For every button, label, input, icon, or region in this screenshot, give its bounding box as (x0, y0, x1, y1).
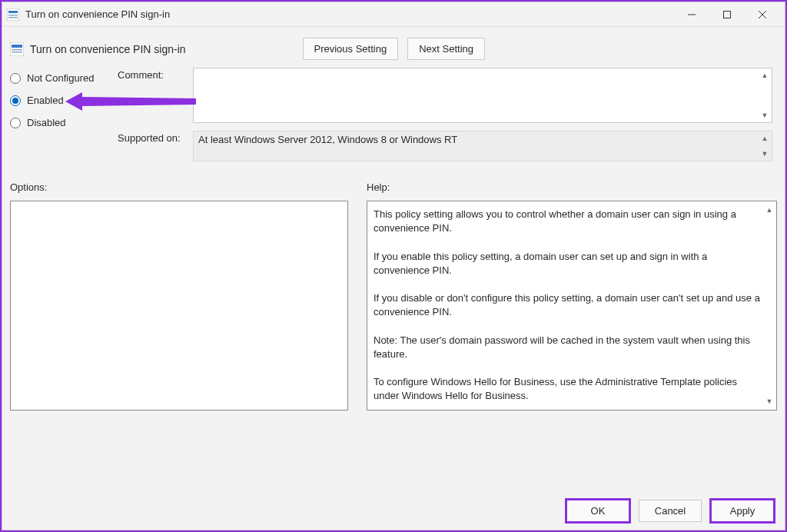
window-controls (674, 4, 780, 25)
radio-not-configured[interactable]: Not Configured (10, 72, 118, 84)
radio-label: Enabled (27, 95, 64, 106)
ok-button[interactable]: OK (566, 500, 629, 522)
comment-label: Comment: (118, 68, 193, 123)
radio-enabled[interactable]: Enabled (10, 95, 118, 106)
scroll-down-icon[interactable]: ▼ (759, 148, 770, 159)
radio-icon (10, 95, 21, 106)
help-box: This policy setting allows you to contro… (367, 201, 777, 411)
maximize-button[interactable] (709, 4, 745, 25)
svg-rect-5 (724, 11, 731, 18)
radio-icon (10, 118, 21, 128)
app-icon (7, 8, 19, 21)
minimize-button[interactable] (674, 4, 709, 25)
close-button[interactable] (745, 4, 780, 25)
supported-value: At least Windows Server 2012, Windows 8 … (198, 134, 457, 145)
dialog-footer: OK Cancel Apply (566, 500, 774, 522)
supported-on-box: At least Windows Server 2012, Windows 8 … (193, 131, 772, 161)
radio-label: Not Configured (27, 72, 94, 84)
radio-label: Disabled (27, 117, 66, 128)
cancel-button[interactable]: Cancel (639, 500, 702, 522)
apply-button[interactable]: Apply (711, 500, 774, 522)
radio-icon (10, 73, 21, 84)
options-box[interactable] (10, 201, 348, 411)
svg-rect-2 (8, 15, 18, 16)
svg-rect-11 (12, 52, 22, 53)
options-label: Options: (10, 181, 348, 193)
options-pane: Options: (10, 181, 348, 411)
radio-disabled[interactable]: Disabled (10, 117, 118, 128)
titlebar: Turn on convenience PIN sign-in (2, 2, 785, 27)
comment-row: Comment: ▲ ▼ (118, 68, 772, 123)
svg-rect-3 (8, 17, 18, 18)
subheader: Turn on convenience PIN sign-in Previous… (2, 27, 785, 68)
help-text: This policy setting allows you to contro… (367, 201, 776, 410)
window-title: Turn on convenience PIN sign-in (25, 8, 674, 20)
state-radio-group: Not Configured Enabled Disabled (10, 68, 118, 169)
setting-icon (10, 42, 24, 56)
supported-row: Supported on: At least Windows Server 20… (118, 131, 772, 161)
scroll-up-icon[interactable]: ▲ (764, 204, 775, 215)
help-label: Help: (367, 181, 777, 193)
help-pane: Help: This policy setting allows you to … (367, 181, 777, 411)
scroll-up-icon[interactable]: ▲ (759, 133, 770, 144)
svg-rect-9 (12, 45, 22, 48)
svg-rect-10 (12, 49, 22, 51)
setting-title: Turn on convenience PIN sign-in (30, 43, 186, 55)
scroll-up-icon[interactable]: ▲ (759, 70, 770, 81)
scroll-down-icon[interactable]: ▼ (764, 396, 775, 407)
previous-setting-button[interactable]: Previous Setting (303, 38, 399, 60)
next-setting-button[interactable]: Next Setting (407, 38, 485, 60)
fields-column: Comment: ▲ ▼ Supported on: At least Wind… (118, 68, 777, 169)
nav-buttons: Previous Setting Next Setting (303, 38, 778, 60)
supported-label: Supported on: (118, 131, 193, 161)
config-row: Not Configured Enabled Disabled Comment:… (2, 68, 785, 169)
lower-panes: Options: Help: This policy setting allow… (2, 169, 785, 411)
scroll-down-icon[interactable]: ▼ (759, 110, 770, 121)
policy-dialog: Turn on convenience PIN sign-in Turn on … (2, 2, 785, 530)
svg-rect-1 (8, 11, 18, 13)
comment-input[interactable]: ▲ ▼ (193, 68, 772, 123)
